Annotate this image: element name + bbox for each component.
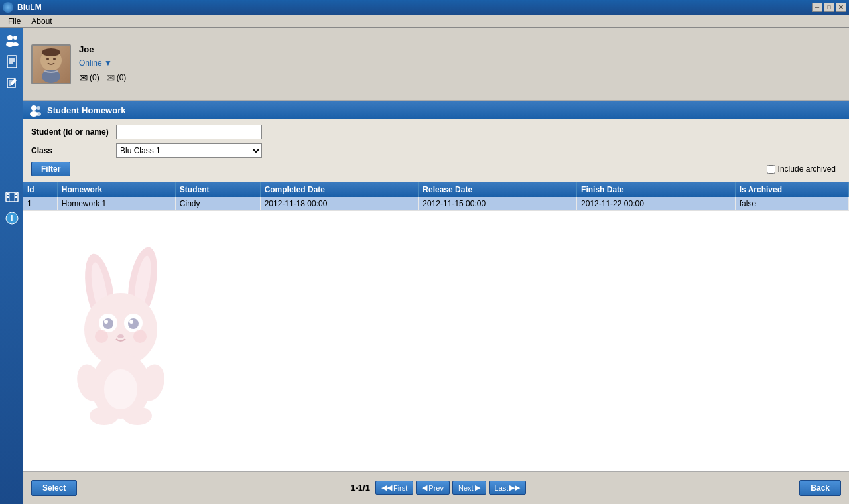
svg-point-47 — [73, 361, 105, 403]
menu-bar: File About — [0, 15, 849, 28]
svg-point-44 — [133, 330, 147, 343]
sidebar-icon-pencil[interactable] — [2, 73, 22, 93]
table-cell: 1 — [23, 197, 57, 211]
content-body: Student Homework Student (Id or name) Cl… — [23, 101, 849, 504]
svg-point-33 — [123, 245, 162, 321]
table-cell: Cindy — [175, 197, 260, 211]
last-label: Last — [495, 484, 509, 492]
user-info: Joe Online ▼ ✉ (0) ✉ (0) — [79, 44, 126, 84]
sidebar-icon-people[interactable] — [2, 31, 22, 50]
inbox-group: ✉ (0) — [79, 72, 99, 84]
svg-point-49 — [90, 407, 119, 425]
table-cell: 2012-11-18 00:00 — [260, 197, 419, 211]
menu-file[interactable]: File — [3, 15, 26, 27]
app-icon — [3, 2, 13, 13]
svg-point-46 — [104, 369, 137, 409]
title-bar-left: BluLM — [3, 2, 42, 13]
first-button[interactable]: ◀◀ First — [375, 481, 413, 495]
sidebar-icon-film[interactable] — [2, 187, 22, 207]
svg-rect-4 — [7, 56, 17, 68]
class-row: Class Blu Class 1 Blu Class 2 — [31, 143, 841, 158]
svg-point-27 — [31, 105, 36, 111]
bunny-decoration — [56, 243, 189, 431]
col-id: Id — [23, 182, 57, 197]
class-label: Class — [31, 146, 111, 155]
svg-point-34 — [131, 255, 154, 312]
status-text[interactable]: Online ▼ — [79, 58, 112, 68]
table-cell: 2012-11-15 00:00 — [419, 197, 577, 211]
svg-point-31 — [80, 251, 119, 328]
prev-button[interactable]: ◀ Prev — [416, 481, 450, 495]
table-cell: Homework 1 — [57, 197, 175, 211]
user-panel: Joe Online ▼ ✉ (0) ✉ (0) — [23, 28, 849, 101]
filter-button[interactable]: Filter — [31, 162, 70, 176]
select-button[interactable]: Select — [31, 480, 77, 496]
col-finish-date: Finish Date — [577, 182, 736, 197]
student-input[interactable] — [116, 125, 262, 139]
include-archived-label: Include archived — [778, 164, 836, 174]
svg-point-29 — [36, 106, 40, 110]
outbox-group: ✉ (0) — [106, 72, 127, 84]
svg-point-30 — [36, 112, 41, 116]
class-select[interactable]: Blu Class 1 Blu Class 2 — [116, 143, 262, 158]
table-cell: false — [735, 197, 848, 211]
prev-label: Prev — [428, 484, 444, 492]
msg-row: ✉ (0) ✉ (0) — [79, 72, 126, 84]
table-wrapper: Id Homework Student Completed Date Relea… — [23, 182, 849, 471]
back-button[interactable]: Back — [799, 480, 841, 496]
sidebar-icon-info[interactable]: i — [2, 208, 22, 228]
svg-point-48 — [135, 361, 168, 403]
last-icon: ▶▶ — [509, 483, 520, 492]
maximize-button[interactable]: □ — [824, 3, 834, 12]
svg-point-38 — [103, 318, 113, 329]
svg-point-25 — [42, 48, 60, 56]
next-label: Next — [458, 484, 474, 492]
close-button[interactable]: ✕ — [836, 3, 846, 12]
svg-point-36 — [99, 314, 117, 332]
next-button[interactable]: Next ▶ — [452, 481, 486, 495]
app-title: BluLM — [17, 3, 42, 12]
col-student: Student — [175, 182, 260, 197]
table-cell: 2012-11-22 00:00 — [577, 197, 736, 211]
outbox-icon[interactable]: ✉ — [106, 72, 115, 84]
next-icon: ▶ — [475, 483, 480, 492]
include-archived-checkbox[interactable] — [767, 165, 775, 174]
svg-point-37 — [124, 314, 143, 332]
content-header: Student Homework — [23, 101, 849, 119]
svg-point-40 — [104, 320, 108, 324]
first-icon: ◀◀ — [381, 483, 392, 492]
first-label: First — [393, 484, 407, 492]
app-body: i — [0, 28, 849, 504]
svg-point-42 — [117, 334, 124, 338]
table-header-row: Id Homework Student Completed Date Relea… — [23, 182, 849, 197]
inbox-count: (0) — [90, 73, 99, 82]
inbox-icon[interactable]: ✉ — [79, 72, 88, 84]
svg-text:i: i — [11, 214, 13, 223]
menu-about[interactable]: About — [26, 15, 57, 27]
student-row: Student (Id or name) — [31, 125, 841, 139]
svg-point-41 — [129, 320, 133, 324]
svg-rect-17 — [15, 196, 17, 198]
last-button[interactable]: Last ▶▶ — [489, 481, 527, 495]
svg-rect-15 — [7, 196, 9, 198]
filter-form: Student (Id or name) Class Blu Class 1 B… — [23, 119, 849, 182]
svg-point-50 — [123, 407, 152, 425]
table-row[interactable]: 1Homework 1Cindy2012-11-18 00:002012-11-… — [23, 197, 849, 211]
user-name: Joe — [79, 44, 126, 54]
content-header-icon — [29, 103, 42, 117]
table-body: 1Homework 1Cindy2012-11-18 00:002012-11-… — [23, 197, 849, 211]
svg-point-0 — [7, 35, 13, 40]
svg-point-24 — [53, 58, 56, 60]
pagination-info: 1-1/1 — [350, 483, 370, 493]
svg-rect-14 — [7, 193, 9, 195]
col-completed-date: Completed Date — [260, 182, 419, 197]
outbox-count: (0) — [117, 73, 127, 82]
svg-point-23 — [46, 58, 49, 60]
svg-point-2 — [13, 36, 17, 40]
student-label: Student (Id or name) — [31, 127, 111, 137]
minimize-button[interactable]: ─ — [812, 3, 822, 12]
sidebar-icon-document[interactable] — [2, 52, 22, 72]
col-is-archived: Is Archived — [735, 182, 848, 197]
prev-icon: ◀ — [422, 483, 427, 492]
svg-point-45 — [91, 353, 151, 419]
